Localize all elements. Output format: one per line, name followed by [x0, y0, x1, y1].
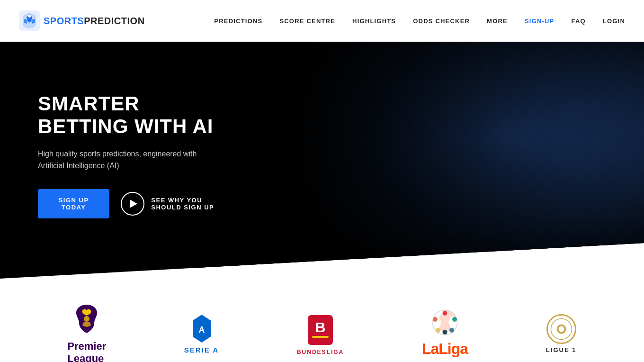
hero-actions: SIGN UP TODAY SEE WHY YOU SHOULD SIGN UP: [38, 189, 227, 218]
play-wrap: SEE WHY YOU SHOULD SIGN UP: [121, 192, 227, 216]
serie-a-icon: A: [190, 313, 214, 344]
navbar: SPORTSPREDICTION PREDICTIONS SCORE CENTR…: [0, 0, 644, 42]
bundesliga-icon: B: [305, 312, 336, 348]
svg-point-52: [558, 326, 564, 332]
svg-point-46: [436, 328, 440, 333]
svg-point-48: [442, 330, 447, 335]
svg-rect-41: [312, 336, 329, 338]
league-text: League: [67, 353, 106, 362]
nav-links: PREDICTIONS SCORE CENTRE HIGHLIGHTS ODDS…: [214, 17, 625, 25]
laliga-text: LaLiga: [422, 340, 468, 358]
hero-subtitle: High quality sports predictions, enginee…: [38, 148, 218, 172]
leagues-section: Premier League A SERIE A B BUNDESLIGA: [0, 279, 644, 362]
nav-item-score-centre[interactable]: SCORE CENTRE: [279, 17, 335, 25]
svg-text:A: A: [198, 325, 205, 335]
svg-point-44: [452, 317, 457, 322]
svg-point-47: [433, 317, 438, 322]
logo-prediction: PREDICTION: [84, 16, 144, 26]
svg-point-1: [28, 15, 31, 18]
svg-point-45: [449, 328, 454, 333]
nav-item-predictions[interactable]: PREDICTIONS: [214, 17, 262, 25]
league-laliga[interactable]: LaLiga: [422, 309, 468, 358]
nav-item-faq[interactable]: FAQ: [572, 17, 586, 25]
nav-item-signup[interactable]: SIGN-UP: [525, 17, 555, 25]
nav-item-more[interactable]: MORE: [487, 17, 508, 25]
hero-title: SMARTER BETTING WITH AI: [38, 92, 227, 138]
hero-content: SMARTER BETTING WITH AI High quality spo…: [0, 54, 265, 237]
svg-point-43: [442, 311, 447, 316]
play-label: SEE WHY YOU SHOULD SIGN UP: [151, 197, 227, 211]
premier-league-icon: [72, 302, 101, 335]
serie-a-text: SERIE A: [184, 346, 219, 354]
laliga-icon: [432, 309, 458, 335]
svg-text:B: B: [315, 319, 326, 335]
league-bundesliga[interactable]: B BUNDESLIGA: [297, 312, 344, 355]
premier-text: Premier: [67, 340, 106, 353]
ligue1-icon: [546, 314, 577, 344]
nav-item-odds-checker[interactable]: ODDS CHECKER: [413, 17, 470, 25]
nav-item-login[interactable]: LOGIN: [603, 17, 625, 25]
signup-button[interactable]: SIGN UP TODAY: [38, 189, 109, 218]
league-premier-league[interactable]: Premier League: [67, 302, 106, 362]
logo[interactable]: SPORTSPREDICTION: [19, 10, 145, 31]
nav-item-highlights[interactable]: HIGHLIGHTS: [352, 17, 396, 25]
svg-point-19: [572, 253, 574, 256]
ligue1-text: LIGUE 1: [546, 346, 577, 353]
league-ligue1[interactable]: LIGUE 1: [546, 314, 577, 353]
hero-section: SMARTER BETTING WITH AI High quality spo…: [0, 42, 644, 279]
play-button[interactable]: [121, 192, 144, 216]
logo-sports: SPORTS: [44, 16, 84, 26]
svg-point-36: [84, 316, 89, 322]
league-serie-a[interactable]: A SERIE A: [184, 313, 219, 354]
bundesliga-text: BUNDESLIGA: [297, 349, 344, 355]
logo-icon: [19, 10, 40, 31]
play-icon: [130, 199, 137, 208]
